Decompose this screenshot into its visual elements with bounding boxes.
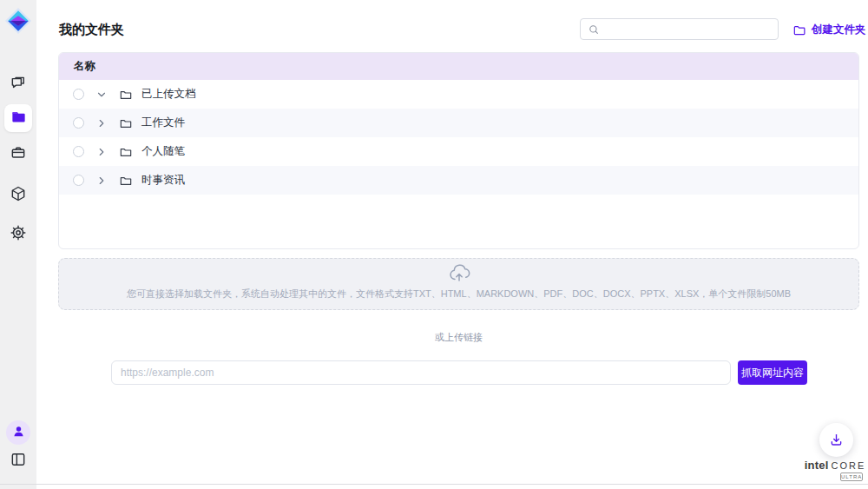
- download-icon: [828, 432, 845, 448]
- page-title: 我的文件夹: [59, 22, 124, 38]
- folder-name[interactable]: 时事资讯: [141, 173, 185, 188]
- download-fab-button[interactable]: [819, 423, 853, 457]
- chevron-down-icon[interactable]: [95, 89, 108, 101]
- chevron-right-icon[interactable]: [95, 146, 108, 158]
- table-row[interactable]: 时事资讯: [59, 166, 858, 195]
- chat-icon: [10, 75, 27, 95]
- table-row[interactable]: 已上传文档: [59, 80, 858, 109]
- table-row[interactable]: 工作文件: [59, 109, 858, 137]
- sidebar-item-chat[interactable]: [8, 74, 29, 95]
- row-checkbox[interactable]: [73, 175, 84, 186]
- folder-icon: [119, 116, 133, 130]
- bottom-divider: [0, 484, 868, 485]
- user-avatar[interactable]: [6, 420, 30, 445]
- row-checkbox[interactable]: [73, 89, 84, 100]
- briefcase-icon: [10, 144, 27, 164]
- panel-toggle-icon: [10, 451, 27, 471]
- search-box[interactable]: [580, 18, 779, 40]
- sidebar: [0, 0, 36, 489]
- upload-dropzone[interactable]: 您可直接选择加载文件夹，系统自动处理其中的文件，文件格式支持TXT、HTML、M…: [58, 258, 859, 310]
- folder-name[interactable]: 个人随笔: [141, 144, 185, 159]
- search-input[interactable]: [605, 19, 778, 39]
- folder-icon: [119, 145, 133, 159]
- sidebar-item-folders[interactable]: [4, 104, 32, 132]
- folder-icon: [119, 88, 133, 102]
- folder-icon: [10, 109, 27, 128]
- search-icon: [588, 23, 600, 36]
- table-header-name: 名称: [59, 53, 858, 80]
- cloud-upload-icon: [448, 271, 470, 286]
- sidebar-item-models[interactable]: [8, 184, 29, 205]
- chevron-right-icon[interactable]: [95, 117, 108, 129]
- create-folder-button[interactable]: 创建文件夹: [792, 23, 866, 37]
- create-folder-icon: [792, 23, 806, 37]
- intel-wordmark: intel: [805, 459, 829, 472]
- app-logo-icon[interactable]: [4, 7, 32, 35]
- cube-icon: [10, 185, 27, 205]
- fetch-url-button[interactable]: 抓取网址内容: [738, 360, 807, 385]
- sidebar-item-settings[interactable]: [8, 223, 29, 244]
- folder-name[interactable]: 已上传文档: [141, 87, 196, 102]
- sidebar-collapse-toggle[interactable]: [8, 450, 29, 471]
- row-checkbox[interactable]: [73, 117, 84, 129]
- table-row[interactable]: 个人随笔: [59, 137, 858, 166]
- folder-table: 名称 已上传文档: [58, 52, 859, 249]
- row-checkbox[interactable]: [73, 146, 84, 157]
- or-upload-link-label: 或上传链接: [58, 331, 859, 344]
- ultra-badge: ULTRA: [840, 472, 863, 481]
- create-folder-label: 创建文件夹: [812, 23, 866, 37]
- avatar-icon: [11, 424, 26, 441]
- folder-icon: [119, 174, 133, 188]
- chevron-right-icon[interactable]: [95, 175, 108, 187]
- sidebar-item-workspace[interactable]: [8, 143, 29, 164]
- gear-icon: [10, 224, 27, 244]
- intel-core-ultra-logo: intel CORE ULTRA: [804, 459, 866, 481]
- url-input[interactable]: [111, 360, 731, 385]
- folder-name[interactable]: 工作文件: [141, 116, 185, 130]
- upload-hint: 您可直接选择加载文件夹，系统自动处理其中的文件，文件格式支持TXT、HTML、M…: [59, 287, 858, 301]
- core-wordmark: CORE: [831, 460, 865, 471]
- app-window: 我的文件夹 创建文件夹 名称: [0, 0, 868, 489]
